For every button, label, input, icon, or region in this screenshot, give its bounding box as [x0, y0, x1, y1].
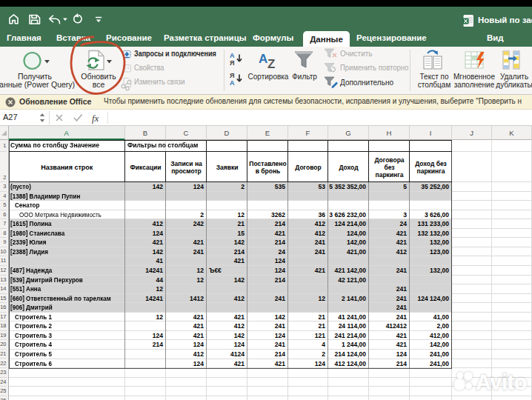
svg-text:дубликаты: дубликаты [496, 81, 532, 89]
svg-text:fx: fx [92, 113, 99, 124]
svg-text:Фильтр: Фильтр [292, 73, 317, 81]
svg-text:Свойства: Свойства [134, 64, 164, 72]
svg-text:А: А [230, 52, 235, 59]
svg-text:все: все [93, 80, 105, 89]
svg-text:Сортировка: Сортировка [248, 73, 289, 81]
svg-text:заполнение: заполнение [454, 81, 495, 89]
svg-text:столбцам: столбцам [418, 81, 451, 89]
svg-text:Новый по засе: Новый по засе [478, 16, 532, 24]
svg-text:Я: Я [230, 72, 234, 79]
svg-text:Я: Я [230, 59, 234, 67]
svg-text:Запросы и подключения: Запросы и подключения [134, 49, 216, 58]
svg-text:Дополнительно: Дополнительно [340, 79, 393, 87]
svg-text:А: А [230, 79, 235, 87]
svg-text:Применить повторно: Применить повторно [340, 64, 409, 72]
svg-text:Z: Z [267, 57, 275, 71]
svg-text:Удалить: Удалить [500, 73, 528, 81]
svg-text:Очистить: Очистить [340, 50, 373, 58]
svg-text:Мгновенное: Мгновенное [453, 73, 495, 81]
svg-text:данные (Power Query): данные (Power Query) [0, 80, 75, 89]
svg-text:Изменить связи: Изменить связи [134, 78, 184, 86]
svg-text:Текст по: Текст по [420, 73, 449, 81]
svg-text:А: А [259, 52, 267, 66]
